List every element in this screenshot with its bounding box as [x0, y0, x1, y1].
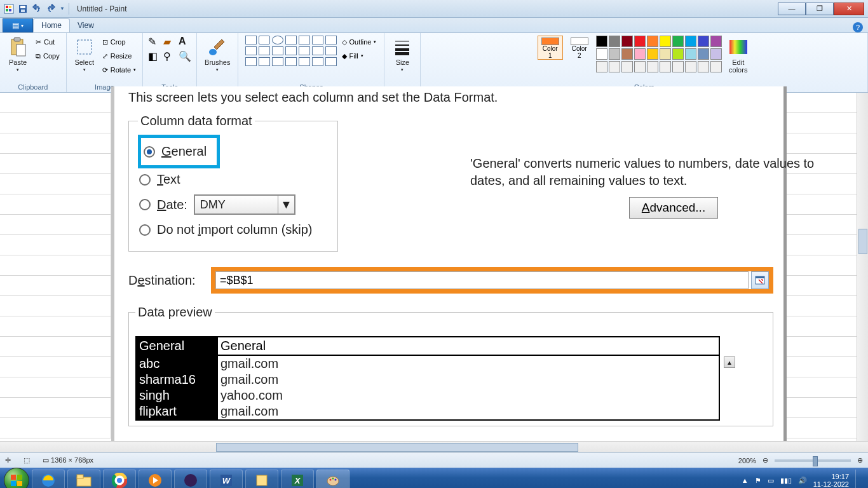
advanced-button[interactable]: Advanced...: [629, 197, 718, 219]
paste-button[interactable]: Paste▾: [5, 36, 31, 74]
horizontal-scrollbar[interactable]: [0, 441, 868, 452]
rotate-button[interactable]: ⟳Rotate ▾: [101, 64, 137, 76]
taskbar-word-icon[interactable]: W: [210, 470, 243, 488]
color-swatch[interactable]: [698, 61, 709, 72]
shapes-gallery[interactable]: [245, 36, 337, 66]
color-swatch[interactable]: [710, 48, 722, 60]
close-button[interactable]: ✕: [834, 3, 864, 15]
bucket-tool-icon[interactable]: ▰: [163, 36, 176, 48]
color-palette[interactable]: [596, 36, 722, 72]
show-desktop-button[interactable]: [855, 470, 860, 488]
tab-view[interactable]: View: [70, 18, 102, 32]
eraser-tool-icon[interactable]: ◧: [148, 50, 161, 62]
qat-dropdown-icon[interactable]: ▼: [60, 6, 65, 11]
size-button[interactable]: Size▾: [390, 36, 415, 74]
range-picker-button[interactable]: [751, 271, 769, 289]
taskbar-paint-icon[interactable]: [316, 470, 349, 488]
color-swatch[interactable]: [672, 61, 684, 72]
tray-show-hidden-icon[interactable]: ▲: [742, 477, 749, 484]
date-format-combo[interactable]: DMY▼: [194, 194, 295, 215]
color-swatch[interactable]: [634, 36, 646, 47]
fill-button[interactable]: ◆Fill ▾: [341, 50, 378, 62]
tray-flag-icon[interactable]: ⚑: [755, 477, 761, 485]
color-swatch[interactable]: [647, 61, 658, 72]
color-swatch[interactable]: [634, 48, 646, 60]
preview-row[interactable]: sharma16gmail.com: [137, 372, 719, 388]
pencil-tool-icon[interactable]: ✎: [148, 36, 161, 48]
tray-volume-icon[interactable]: 🔊: [798, 477, 807, 485]
radio-text[interactable]: Text: [138, 168, 329, 191]
color-swatch[interactable]: [647, 36, 658, 47]
tray-lang-icon[interactable]: ▭: [768, 477, 774, 485]
text-tool-icon[interactable]: A: [179, 36, 191, 48]
start-button[interactable]: [4, 468, 29, 488]
preview-row[interactable]: singhyahoo.com: [137, 388, 719, 403]
color-swatch[interactable]: [647, 48, 658, 60]
minimize-button[interactable]: —: [778, 3, 806, 15]
color-swatch[interactable]: [660, 48, 671, 60]
color-swatch[interactable]: [660, 61, 671, 72]
color-swatch[interactable]: [609, 48, 620, 60]
taskbar-wmp-icon[interactable]: [139, 470, 172, 488]
color-swatch[interactable]: [609, 61, 620, 72]
color-swatch[interactable]: [621, 61, 633, 72]
taskbar-explorer-icon[interactable]: [67, 470, 100, 488]
outline-button[interactable]: ◇Outline ▾: [341, 36, 378, 48]
redo-icon[interactable]: [46, 4, 56, 14]
picker-tool-icon[interactable]: ⚲: [163, 50, 176, 62]
radio-date[interactable]: Date: DMY▼: [138, 191, 329, 219]
zoom-slider[interactable]: [775, 459, 851, 462]
color-swatch[interactable]: [710, 36, 722, 47]
scrollbar-thumb[interactable]: [858, 229, 867, 254]
undo-icon[interactable]: [32, 4, 42, 14]
cut-button[interactable]: ✂Cut: [34, 36, 61, 48]
color-swatch[interactable]: [672, 48, 684, 60]
preview-scroll-up-icon[interactable]: ▲: [724, 356, 735, 368]
magnifier-tool-icon[interactable]: 🔍: [179, 50, 191, 62]
taskbar-excel-icon[interactable]: X: [281, 470, 314, 488]
tray-clock[interactable]: 19:1711-12-2022: [813, 473, 849, 488]
maximize-button[interactable]: ❐: [806, 3, 834, 15]
preview-table[interactable]: GeneralGeneral abcgmail.comsharma16gmail…: [135, 336, 720, 421]
color-swatch[interactable]: [609, 36, 620, 47]
preview-row[interactable]: abcgmail.com: [137, 356, 719, 372]
color-swatch[interactable]: [621, 36, 633, 47]
tab-home[interactable]: Home: [33, 18, 70, 32]
zoom-in-button[interactable]: ⊕: [857, 456, 863, 464]
crop-button[interactable]: ⊡Crop: [101, 36, 137, 48]
vertical-scrollbar[interactable]: [857, 93, 868, 441]
color2-button[interactable]: Color 2: [567, 36, 592, 60]
taskbar-firefox-icon[interactable]: [174, 470, 207, 488]
scrollbar-thumb[interactable]: [216, 443, 578, 452]
file-menu-button[interactable]: ▤▾: [3, 18, 33, 32]
color-swatch[interactable]: [685, 36, 696, 47]
color1-button[interactable]: Color 1: [538, 36, 563, 60]
radio-general[interactable]: General: [142, 140, 208, 163]
resize-button[interactable]: ⤢Resize: [101, 50, 137, 62]
color-swatch[interactable]: [621, 48, 633, 60]
brushes-button[interactable]: Brushes▾: [202, 36, 233, 74]
save-icon[interactable]: [18, 4, 28, 14]
taskbar-chrome-icon[interactable]: [103, 470, 136, 488]
edit-colors-button[interactable]: Edit colors: [726, 36, 751, 75]
zoom-out-button[interactable]: ⊖: [763, 456, 768, 464]
select-button[interactable]: Select▾: [72, 36, 97, 74]
color-swatch[interactable]: [634, 61, 646, 72]
color-swatch[interactable]: [596, 36, 607, 47]
color-swatch[interactable]: [685, 48, 696, 60]
tray-network-icon[interactable]: ▮▮▯: [780, 477, 792, 485]
destination-input[interactable]: [215, 271, 749, 289]
color-swatch[interactable]: [685, 61, 696, 72]
color-swatch[interactable]: [698, 48, 709, 60]
color-swatch[interactable]: [672, 36, 684, 47]
copy-button[interactable]: ⧉Copy: [34, 50, 61, 62]
color-swatch[interactable]: [710, 61, 722, 72]
taskbar-notes-icon[interactable]: [245, 470, 278, 488]
preview-row[interactable]: flipkartgmail.com: [137, 403, 719, 419]
radio-skip[interactable]: Do not import column (skip): [138, 219, 329, 241]
taskbar-ie-icon[interactable]: [32, 470, 65, 488]
help-icon[interactable]: ?: [853, 22, 863, 32]
color-swatch[interactable]: [660, 36, 671, 47]
color-swatch[interactable]: [596, 48, 607, 60]
color-swatch[interactable]: [698, 36, 709, 47]
